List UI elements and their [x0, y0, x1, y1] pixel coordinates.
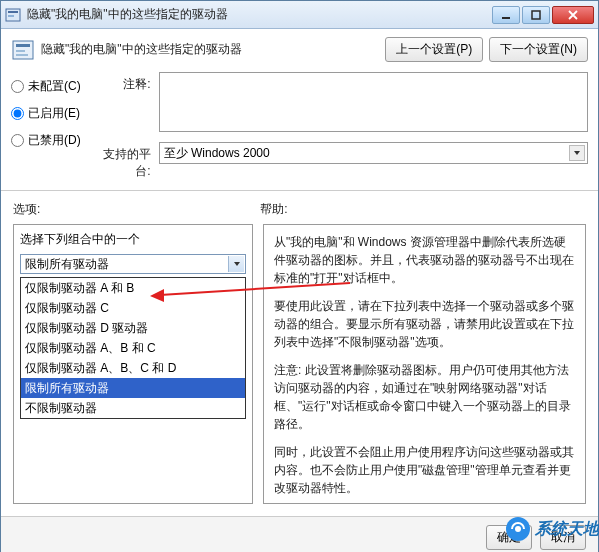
dropdown-item-selected[interactable]: 限制所有驱动器 [21, 378, 245, 398]
state-radios: 未配置(C) 已启用(E) 已禁用(D) [11, 72, 81, 180]
window-title: 隐藏"我的电脑"中的这些指定的驱动器 [27, 6, 492, 23]
header-title: 隐藏"我的电脑"中的这些指定的驱动器 [41, 41, 242, 58]
svg-rect-3 [502, 17, 510, 19]
svg-point-12 [515, 526, 521, 532]
help-text: 同时，此设置不会阻止用户使用程序访问这些驱动器或其内容。也不会防止用户使用"磁盘… [274, 443, 575, 497]
platform-select[interactable]: 至少 Windows 2000 [159, 142, 588, 164]
radio-enabled-label: 已启用(E) [28, 105, 80, 122]
options-title: 选择下列组合中的一个 [20, 231, 246, 248]
help-text: 要使用此设置，请在下拉列表中选择一个驱动器或多个驱动器的组合。要显示所有驱动器，… [274, 297, 575, 351]
prev-setting-button[interactable]: 上一个设置(P) [385, 37, 483, 62]
dropdown-item[interactable]: 仅限制驱动器 C [21, 298, 245, 318]
policy-large-icon [11, 38, 35, 62]
watermark-text: 系统天地 [535, 519, 599, 540]
dropdown-item[interactable]: 仅限制驱动器 A 和 B [21, 278, 245, 298]
watermark-logo-icon [505, 516, 531, 542]
policy-icon [5, 7, 21, 23]
section-labels: 选项: 帮助: [1, 190, 598, 218]
svg-rect-7 [16, 50, 25, 52]
dropdown-item[interactable]: 仅限制驱动器 D 驱动器 [21, 318, 245, 338]
options-label: 选项: [13, 201, 40, 218]
drive-combo-value: 限制所有驱动器 [25, 256, 109, 273]
comment-textarea[interactable] [159, 72, 588, 132]
dropdown-item[interactable]: 不限制驱动器 [21, 398, 245, 418]
dropdown-item[interactable]: 仅限制驱动器 A、B 和 C [21, 338, 245, 358]
radio-disabled-label: 已禁用(D) [28, 132, 81, 149]
minimize-button[interactable] [492, 6, 520, 24]
radio-disabled[interactable]: 已禁用(D) [11, 132, 81, 149]
close-button[interactable] [552, 6, 594, 24]
svg-rect-2 [8, 15, 14, 17]
chevron-down-icon [569, 145, 585, 161]
help-panel: 从"我的电脑"和 Windows 资源管理器中删除代表所选硬件驱动器的图标。并且… [263, 224, 586, 504]
radio-not-configured-label: 未配置(C) [28, 78, 81, 95]
next-setting-button[interactable]: 下一个设置(N) [489, 37, 588, 62]
drive-dropdown: 仅限制驱动器 A 和 B 仅限制驱动器 C 仅限制驱动器 D 驱动器 仅限制驱动… [20, 277, 246, 419]
svg-rect-1 [8, 11, 18, 13]
platform-label: 支持的平台: [91, 142, 151, 180]
svg-rect-8 [16, 54, 28, 56]
maximize-button[interactable] [522, 6, 550, 24]
comment-label: 注释: [91, 72, 151, 93]
drive-combo[interactable]: 限制所有驱动器 [20, 254, 246, 274]
svg-rect-6 [16, 44, 30, 47]
help-label: 帮助: [260, 201, 287, 218]
help-text: 注意: 此设置将删除驱动器图标。用户仍可使用其他方法访问驱动器的内容，如通过在"… [274, 361, 575, 433]
radio-not-configured[interactable]: 未配置(C) [11, 78, 81, 95]
window: 隐藏"我的电脑"中的这些指定的驱动器 隐藏"我的电脑"中的这些指定的驱动器 上一… [0, 0, 599, 552]
watermark: 系统天地 [505, 516, 599, 542]
options-panel: 选择下列组合中的一个 限制所有驱动器 仅限制驱动器 A 和 B 仅限制驱动器 C… [13, 224, 253, 504]
header-section: 隐藏"我的电脑"中的这些指定的驱动器 上一个设置(P) 下一个设置(N) 未配置… [1, 29, 598, 190]
radio-enabled[interactable]: 已启用(E) [11, 105, 81, 122]
platform-value: 至少 Windows 2000 [164, 145, 270, 162]
titlebar: 隐藏"我的电脑"中的这些指定的驱动器 [1, 1, 598, 29]
dropdown-item[interactable]: 仅限制驱动器 A、B、C 和 D [21, 358, 245, 378]
help-text: 从"我的电脑"和 Windows 资源管理器中删除代表所选硬件驱动器的图标。并且… [274, 233, 575, 287]
chevron-down-icon [228, 256, 244, 272]
svg-rect-4 [532, 11, 540, 19]
titlebar-buttons [492, 6, 594, 24]
